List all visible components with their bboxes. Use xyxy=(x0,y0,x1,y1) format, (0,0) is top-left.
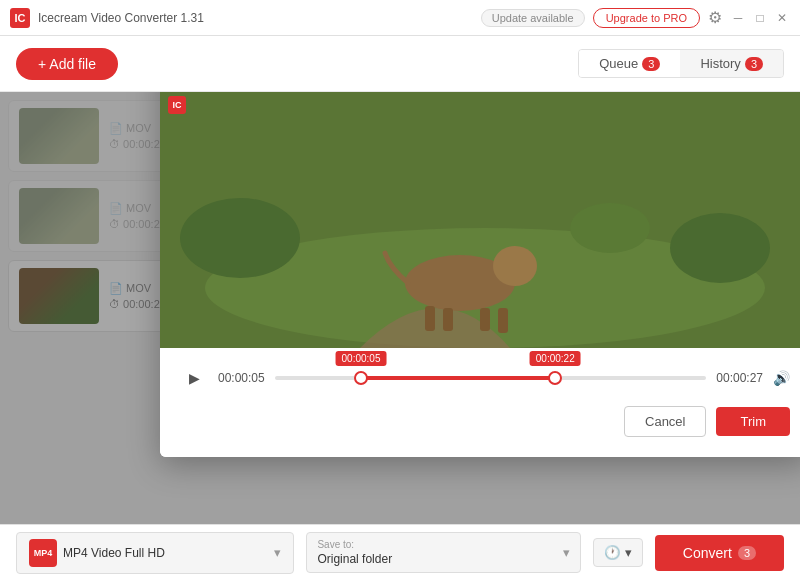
save-to-label: Save to: xyxy=(317,539,392,550)
cancel-button[interactable]: Cancel xyxy=(624,406,706,437)
queue-tab[interactable]: Queue3 xyxy=(579,50,680,77)
modal-timeline: ▶ 00:00:05 00:00:05 00:00:22 xyxy=(160,348,800,457)
modal-actions: Cancel Trim xyxy=(180,406,790,437)
app-logo: IC xyxy=(10,8,30,28)
window-controls: ─ □ ✕ xyxy=(730,10,790,26)
current-time-label: 00:00:05 xyxy=(218,371,265,385)
add-file-button[interactable]: + Add file xyxy=(16,48,118,80)
footer: MP4 MP4 Video Full HD ▾ Save to: Origina… xyxy=(0,524,800,580)
svg-rect-7 xyxy=(425,306,435,331)
svg-point-3 xyxy=(670,213,770,283)
main-toolbar: + Add file Queue3 History3 xyxy=(0,36,800,92)
tab-group: Queue3 History3 xyxy=(578,49,784,78)
end-time-label: 00:00:27 xyxy=(716,371,763,385)
track-active-range xyxy=(361,376,555,380)
save-to-selector[interactable]: Save to: Original folder ▾ xyxy=(306,532,580,573)
settings-icon[interactable]: ⚙ xyxy=(708,8,722,27)
trim-handle-left[interactable]: 00:00:05 xyxy=(354,371,368,385)
handle-right-tooltip: 00:00:22 xyxy=(530,351,581,366)
format-arrow-icon: ▾ xyxy=(274,545,281,560)
video-frame: IC xyxy=(160,92,800,348)
video-preview: IC xyxy=(160,92,800,348)
app-title: Icecream Video Converter 1.31 xyxy=(38,11,204,25)
save-to-arrow-icon: ▾ xyxy=(563,545,570,560)
svg-point-2 xyxy=(180,198,300,278)
video-overlay-logo: IC xyxy=(168,96,186,114)
minimize-button[interactable]: ─ xyxy=(730,10,746,26)
upgrade-button[interactable]: Upgrade to PRO xyxy=(593,8,700,28)
trim-handle-right[interactable]: 00:00:22 xyxy=(548,371,562,385)
svg-rect-9 xyxy=(480,308,490,331)
history-tab[interactable]: History3 xyxy=(680,50,783,77)
svg-rect-10 xyxy=(498,308,508,333)
maximize-button[interactable]: □ xyxy=(752,10,768,26)
play-button[interactable]: ▶ xyxy=(180,364,208,392)
content-wrapper: 📄 MOV ⊞ 1920×1080 ⏱ 00:00:22 📁 16.7MB → … xyxy=(0,92,800,524)
history-badge: 3 xyxy=(745,57,763,71)
clock-icon: 🕐 xyxy=(604,545,621,560)
format-selector[interactable]: MP4 MP4 Video Full HD ▾ xyxy=(16,532,294,574)
title-bar-left: IC Icecream Video Converter 1.31 xyxy=(10,8,204,28)
close-button[interactable]: ✕ xyxy=(774,10,790,26)
queue-badge: 3 xyxy=(642,57,660,71)
schedule-button[interactable]: 🕐 ▾ xyxy=(593,538,643,567)
save-to-info: Save to: Original folder xyxy=(317,539,392,566)
schedule-arrow-icon: ▾ xyxy=(625,545,632,560)
convert-main-button[interactable]: Convert 3 xyxy=(655,535,784,571)
overlay-logo-icon: IC xyxy=(168,96,186,114)
convert-label: Convert xyxy=(683,545,732,561)
svg-point-6 xyxy=(493,246,537,286)
title-bar-right: Update available Upgrade to PRO ⚙ ─ □ ✕ xyxy=(481,8,790,28)
trim-modal: Trim ─ □ ✕ xyxy=(160,92,800,457)
svg-point-4 xyxy=(570,203,650,253)
format-label: MP4 Video Full HD xyxy=(63,546,165,560)
title-bar: IC Icecream Video Converter 1.31 Update … xyxy=(0,0,800,36)
timeline-row: ▶ 00:00:05 00:00:05 00:00:22 xyxy=(180,364,790,392)
handle-left-tooltip: 00:00:05 xyxy=(336,351,387,366)
save-to-value: Original folder xyxy=(317,552,392,566)
timeline-track[interactable]: 00:00:05 00:00:22 xyxy=(275,368,707,388)
video-svg xyxy=(160,92,800,348)
track-background: 00:00:05 00:00:22 xyxy=(275,376,707,380)
update-badge: Update available xyxy=(481,9,585,27)
volume-icon[interactable]: 🔊 xyxy=(773,370,790,386)
convert-count-badge: 3 xyxy=(738,546,756,560)
format-icon: MP4 xyxy=(29,539,57,567)
trim-confirm-button[interactable]: Trim xyxy=(716,407,790,436)
svg-rect-8 xyxy=(443,308,453,331)
